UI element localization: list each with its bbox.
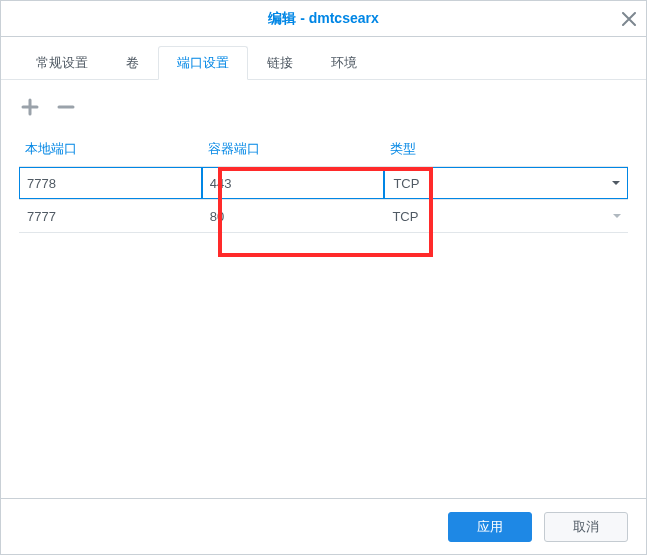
col-local-port[interactable]: 本地端口 bbox=[19, 132, 202, 167]
tab-links[interactable]: 链接 bbox=[248, 46, 312, 80]
dialog-titlebar: 编辑 - dmtcsearx bbox=[1, 1, 646, 37]
dialog-footer: 应用 取消 bbox=[1, 498, 646, 554]
close-icon[interactable] bbox=[622, 1, 636, 37]
content-area: 本地端口 容器端口 类型 7778 443 TCP bbox=[1, 80, 646, 498]
apply-button[interactable]: 应用 bbox=[448, 512, 532, 542]
type-value: TCP bbox=[393, 176, 419, 191]
col-container-port[interactable]: 容器端口 bbox=[202, 132, 385, 167]
table-row[interactable]: 7778 443 TCP bbox=[19, 167, 628, 200]
local-port-input[interactable]: 7778 bbox=[19, 167, 202, 199]
type-select[interactable]: TCP bbox=[384, 167, 628, 199]
tab-bar: 常规设置 卷 端口设置 链接 环境 bbox=[1, 37, 646, 80]
container-port-value[interactable]: 80 bbox=[202, 200, 385, 232]
dialog-title: 编辑 - dmtcsearx bbox=[268, 10, 378, 28]
chevron-down-icon bbox=[607, 177, 625, 189]
tab-env[interactable]: 环境 bbox=[312, 46, 376, 80]
port-grid: 本地端口 容器端口 类型 7778 443 TCP bbox=[19, 132, 628, 233]
add-button[interactable] bbox=[19, 96, 41, 118]
edit-dialog: 编辑 - dmtcsearx 常规设置 卷 端口设置 链接 环境 本地端口 bbox=[0, 0, 647, 555]
col-type[interactable]: 类型 bbox=[384, 132, 628, 167]
type-select[interactable]: TCP bbox=[384, 200, 628, 232]
container-port-input[interactable]: 443 bbox=[202, 167, 385, 199]
table-row[interactable]: 7777 80 TCP bbox=[19, 200, 628, 233]
cancel-button[interactable]: 取消 bbox=[544, 512, 628, 542]
chevron-down-icon bbox=[608, 210, 626, 222]
remove-button[interactable] bbox=[55, 96, 77, 118]
tab-volume[interactable]: 卷 bbox=[107, 46, 158, 80]
type-value: TCP bbox=[392, 209, 418, 224]
port-grid-wrap: 本地端口 容器端口 类型 7778 443 TCP bbox=[19, 132, 628, 233]
toolbar bbox=[19, 92, 628, 132]
tab-port[interactable]: 端口设置 bbox=[158, 46, 248, 80]
local-port-value[interactable]: 7777 bbox=[19, 200, 202, 232]
tab-general[interactable]: 常规设置 bbox=[17, 46, 107, 80]
